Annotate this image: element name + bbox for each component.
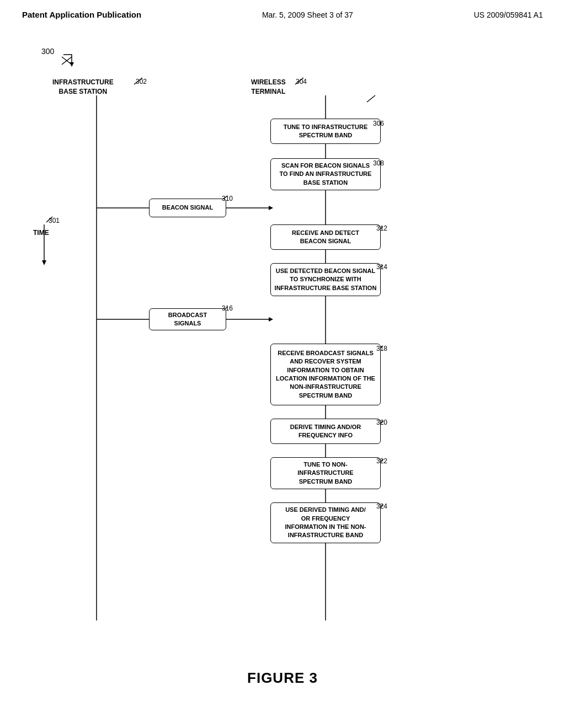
box-322: TUNE TO NON- INFRASTRUCTURE SPECTRUM BAN… bbox=[270, 457, 381, 489]
ref-318: 318 bbox=[376, 345, 387, 352]
ref-304: 304 bbox=[296, 78, 307, 85]
box-306: TUNE TO INFRASTRUCTURE SPECTRUM BAND bbox=[270, 119, 381, 144]
time-label: TIME bbox=[33, 229, 49, 237]
ref-302: 302 bbox=[136, 78, 147, 85]
page-header: Patent Application Publication Mar. 5, 2… bbox=[0, 0, 565, 19]
diagram-area: 300 INFRASTRUCTURE BASE STATION 302 WIRE… bbox=[0, 25, 565, 698]
box-314: USE DETECTED BEACON SIGNAL TO SYNCHRONIZ… bbox=[270, 263, 381, 296]
ref-306: 306 bbox=[373, 120, 384, 127]
diagram-ref-300: 300 bbox=[41, 47, 54, 56]
date-sheet-label: Mar. 5, 2009 Sheet 3 of 37 bbox=[262, 10, 353, 19]
svg-marker-12 bbox=[269, 206, 273, 210]
svg-marker-2 bbox=[70, 62, 74, 67]
ref-310: 310 bbox=[222, 195, 233, 202]
box-324: USE DERIVED TIMING AND/ OR FREQUENCY INF… bbox=[270, 502, 381, 543]
box-320: DERIVE TIMING AND/OR FREQUENCY INFO bbox=[270, 419, 381, 444]
wireless-terminal-label: WIRELESS TERMINAL bbox=[251, 78, 286, 97]
ref-308: 308 bbox=[373, 159, 384, 167]
box-312: RECEIVE AND DETECT BEACON SIGNAL bbox=[270, 224, 381, 250]
svg-line-0 bbox=[62, 57, 72, 65]
ref-322: 322 bbox=[376, 457, 387, 465]
box-318: RECEIVE BROADCAST SIGNALS AND RECOVER SY… bbox=[270, 344, 381, 405]
figure-label: FIGURE 3 bbox=[247, 670, 318, 687]
svg-line-1 bbox=[62, 57, 72, 65]
ref-324: 324 bbox=[376, 502, 387, 510]
svg-marker-16 bbox=[269, 317, 273, 322]
infra-base-station-label: INFRASTRUCTURE BASE STATION bbox=[52, 78, 114, 97]
ref-316: 316 bbox=[222, 304, 233, 312]
ref-314: 314 bbox=[376, 263, 387, 271]
publication-label: Patent Application Publication bbox=[22, 10, 141, 19]
ref-312: 312 bbox=[376, 224, 387, 232]
box-316: BROADCAST SIGNALS bbox=[149, 308, 226, 330]
ref-301: 301 bbox=[49, 217, 60, 224]
box-308: SCAN FOR BEACON SIGNALS TO FIND AN INFRA… bbox=[270, 158, 381, 190]
svg-line-10 bbox=[367, 95, 375, 102]
svg-marker-8 bbox=[42, 260, 46, 265]
ref-320: 320 bbox=[376, 419, 387, 426]
box-310: BEACON SIGNAL bbox=[149, 199, 226, 217]
patent-number-label: US 2009/059841 A1 bbox=[474, 10, 543, 19]
